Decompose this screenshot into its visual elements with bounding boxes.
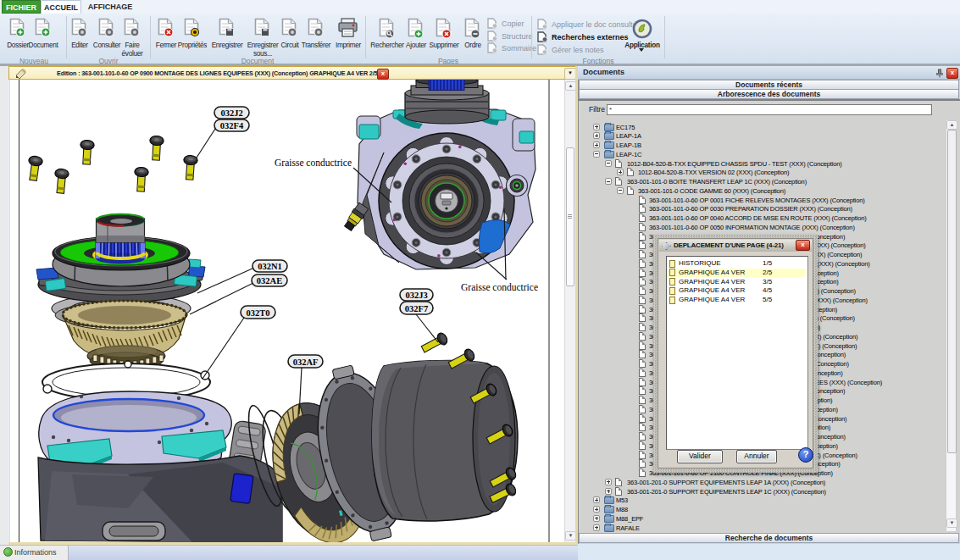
svg-text:032F7: 032F7 xyxy=(405,304,428,313)
svg-text:032AF: 032AF xyxy=(293,358,319,367)
svg-text:032T0: 032T0 xyxy=(246,308,269,318)
svg-text:Graisse conductrice: Graisse conductrice xyxy=(461,282,538,292)
svg-text:Graisse conductrice: Graisse conductrice xyxy=(275,158,352,168)
svg-text:032J2: 032J2 xyxy=(220,108,242,118)
svg-text:032AE: 032AE xyxy=(257,276,282,286)
svg-text:032F4: 032F4 xyxy=(220,121,244,130)
svg-text:032N1: 032N1 xyxy=(258,262,282,271)
svg-text:032J3: 032J3 xyxy=(405,291,427,300)
